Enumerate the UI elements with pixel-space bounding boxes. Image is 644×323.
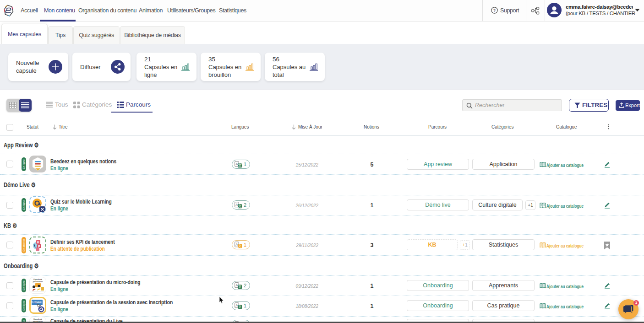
svg-text:Capsule de: Capsule de: [33, 318, 42, 320]
svg-text:文: 文: [238, 285, 242, 289]
svg-text:文: 文: [238, 163, 242, 167]
svg-text:Capsule de: Capsule de: [33, 279, 42, 280]
svg-text:TUTORIEL: TUTORIEL: [32, 301, 43, 304]
svg-text:?: ?: [493, 8, 496, 13]
svg-text:P: P: [38, 245, 40, 248]
svg-text:文: 文: [238, 244, 242, 248]
svg-text:K: K: [37, 241, 39, 244]
svg-text:文: 文: [238, 204, 242, 208]
svg-text:présentation: présentation: [33, 281, 43, 283]
svg-text:文: 文: [238, 305, 242, 309]
